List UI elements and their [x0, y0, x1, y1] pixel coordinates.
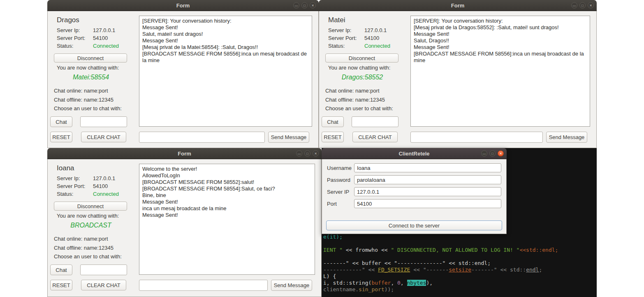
server-ip-value: 127.0.0.1	[364, 27, 387, 33]
form-window-matei: Form — □ ✕ Matei Server Ip:127.0.0.1 Ser…	[319, 0, 597, 148]
disconnect-button[interactable]: Disconnect	[54, 53, 127, 63]
status-row: Status:Connected	[57, 191, 119, 197]
choose-user-label: Choose an user to chat with:	[325, 105, 393, 111]
minimize-icon[interactable]: —	[481, 151, 487, 157]
close-icon[interactable]: ✕	[498, 151, 504, 157]
chat-user-input[interactable]	[80, 265, 127, 275]
close-icon[interactable]: ✕	[588, 2, 594, 9]
window-controls: — □ ✕	[481, 151, 504, 157]
close-icon[interactable]: ✕	[310, 2, 316, 9]
port-label: Port	[327, 201, 337, 207]
chatting-with-label: You are now chatting with:	[57, 65, 119, 71]
status-row: Status:Connected	[57, 43, 119, 49]
maximize-icon[interactable]: □	[489, 151, 496, 157]
server-port-label: Server Port:	[57, 35, 93, 41]
window-controls: — □ ✕	[571, 2, 594, 9]
server-port-label: Server Port:	[57, 183, 93, 189]
server-ip-field[interactable]	[354, 187, 501, 196]
server-ip-row: Server Ip:127.0.0.1	[57, 175, 115, 181]
server-port-row: Server Port:54100	[57, 35, 108, 41]
window-title: Form	[178, 151, 191, 157]
window-title: Form	[176, 2, 190, 9]
status-label: Status:	[328, 43, 364, 49]
status-value: Connected	[93, 43, 119, 49]
server-port-row: Server Port:54100	[57, 183, 108, 189]
chatting-with-label: You are now chatting with:	[328, 65, 390, 71]
server-port-value: 54100	[364, 35, 379, 41]
message-input[interactable]	[410, 132, 543, 143]
server-ip-row: Server Ip:127.0.0.1	[57, 27, 115, 33]
server-port-label: Server Port:	[328, 35, 364, 41]
minimize-icon[interactable]: —	[571, 2, 577, 9]
window-controls: — □ ✕	[293, 2, 316, 9]
server-port-row: Server Port:54100	[328, 35, 379, 41]
connect-button[interactable]: Connect to the server	[326, 220, 502, 230]
chat-online-hint: Chat online: name:port	[54, 236, 108, 242]
chatting-with-label: You are now chatting with:	[57, 213, 119, 219]
send-message-button[interactable]: Send Message	[268, 132, 309, 143]
clear-chat-button[interactable]: CLEAR CHAT	[352, 132, 398, 142]
client-name: Dragos	[57, 16, 79, 24]
minimize-icon[interactable]: —	[293, 2, 299, 9]
server-ip-value: 127.0.0.1	[93, 175, 115, 181]
maximize-icon[interactable]: □	[579, 2, 586, 9]
chat-user-input[interactable]	[80, 116, 127, 127]
port-field[interactable]	[354, 199, 501, 208]
status-label: Status:	[57, 191, 93, 197]
form-window-dragos: Form — □ ✕ Dragos Server Ip:127.0.0.1 Se…	[47, 0, 319, 148]
clear-chat-button[interactable]: CLEAR CHAT	[81, 132, 126, 142]
username-label: Username	[327, 165, 352, 171]
password-label: Password	[327, 177, 350, 183]
server-ip-label: Server Ip:	[328, 27, 364, 33]
clear-chat-button[interactable]: CLEAR CHAT	[81, 280, 126, 290]
chat-online-hint: Chat online: name:port	[325, 88, 380, 94]
server-ip-label: Server IP	[327, 189, 349, 195]
maximize-icon[interactable]: □	[301, 2, 308, 9]
choose-user-label: Choose an user to chat with:	[54, 105, 122, 111]
server-ip-label: Server Ip:	[57, 27, 93, 33]
client-retele-window: ClientRetele — □ ✕ Username Password Ser…	[322, 148, 507, 234]
chatting-with-value: Dragos:58552	[319, 74, 405, 81]
titlebar[interactable]: Form — □ ✕	[47, 148, 322, 159]
chat-offline-hint: Chat offline: name:12345	[54, 245, 114, 251]
client-name: Matei	[328, 16, 345, 24]
form-window-ioana: Form — □ ✕ Ioana Server Ip:127.0.0.1 Ser…	[47, 148, 322, 297]
titlebar[interactable]: Form — □ ✕	[319, 0, 597, 11]
message-input[interactable]	[139, 280, 268, 291]
titlebar[interactable]: ClientRetele — □ ✕	[322, 148, 507, 159]
chat-button[interactable]: Chat	[50, 265, 72, 275]
window-title: Form	[451, 2, 465, 9]
titlebar[interactable]: Form — □ ✕	[47, 0, 319, 11]
server-port-value: 54100	[93, 183, 108, 189]
disconnect-button[interactable]: Disconnect	[325, 53, 398, 63]
chatting-with-value: BROADCAST	[48, 222, 134, 229]
chat-user-input[interactable]	[352, 116, 398, 127]
send-message-button[interactable]: Send Message	[271, 280, 312, 291]
chat-history[interactable]: [SERVER]: Your conversation history: [Me…	[410, 16, 590, 127]
chat-button[interactable]: Chat	[50, 116, 72, 127]
message-input[interactable]	[139, 132, 265, 143]
chat-online-hint: Chat online: name:port	[54, 88, 108, 94]
reset-button[interactable]: RESET	[50, 132, 72, 142]
password-field[interactable]	[354, 175, 501, 184]
status-value: Connected	[93, 191, 119, 197]
username-field[interactable]	[354, 163, 501, 172]
status-value: Connected	[364, 43, 390, 49]
maximize-icon[interactable]: □	[304, 151, 310, 157]
disconnect-button[interactable]: Disconnect	[54, 202, 127, 211]
server-port-value: 54100	[93, 35, 108, 41]
status-label: Status:	[57, 43, 93, 49]
choose-user-label: Choose an user to chat with:	[54, 253, 122, 260]
server-ip-label: Server Ip:	[57, 175, 93, 181]
server-ip-row: Server Ip:127.0.0.1	[328, 27, 387, 33]
send-message-button[interactable]: Send Message	[546, 132, 587, 143]
code-lines: e(it); IENT " << fromwho << " DISCONNECT…	[323, 234, 558, 293]
reset-button[interactable]: RESET	[322, 132, 344, 142]
chat-history[interactable]: [SERVER]: Your conversation history: Mes…	[139, 16, 312, 127]
reset-button[interactable]: RESET	[50, 280, 72, 290]
server-ip-value: 127.0.0.1	[93, 27, 115, 33]
chat-history[interactable]: Welcome to the server! AllowedToLogIn [B…	[139, 164, 315, 275]
minimize-icon[interactable]: —	[296, 151, 302, 157]
chat-button[interactable]: Chat	[322, 116, 344, 127]
close-icon[interactable]: ✕	[313, 151, 319, 157]
